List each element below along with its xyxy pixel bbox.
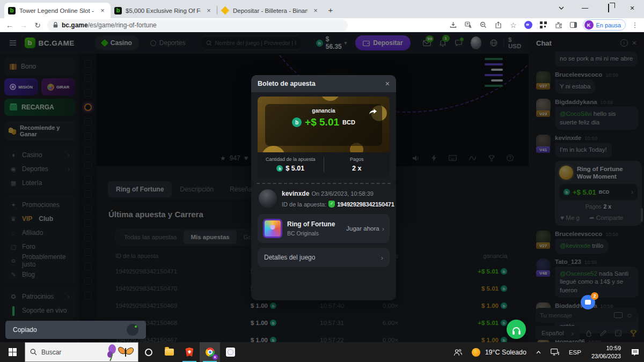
folder-icon — [165, 349, 174, 356]
profile-chip[interactable]: K En pausa — [583, 19, 626, 31]
username[interactable]: kevinxde — [282, 190, 309, 197]
tab-title: Depositar - Billetera - Binance — [233, 8, 308, 14]
search-highlight-image[interactable] — [105, 343, 138, 361]
extensions-puzzle-icon[interactable] — [553, 20, 565, 31]
modal-title: Boleto de apuesta — [258, 80, 385, 87]
weather-text: 19°C Soleado — [485, 349, 526, 356]
clock-date: 23/06/2023 — [591, 352, 621, 360]
headphones-icon — [513, 327, 520, 332]
restore-button[interactable] — [597, 4, 620, 12]
payout-multiplier: 2 x — [352, 165, 361, 172]
chrome-profile-badge: K — [213, 354, 218, 360]
extension-purple-icon[interactable] — [523, 20, 535, 31]
avatar — [259, 189, 277, 208]
bet-stats: Cantidad de la apuesta b$ 5.01 Pagos 2 x — [258, 152, 390, 178]
support-button[interactable] — [507, 320, 526, 339]
taskbar-file-explorer[interactable] — [159, 342, 179, 362]
share-icon[interactable] — [493, 20, 504, 31]
brave-icon — [185, 348, 194, 357]
bookmark-star-icon[interactable]: ☆ — [508, 20, 519, 31]
side-panel-icon[interactable] — [568, 20, 580, 31]
url-text: bc.game/es/game/ring-of-fortune — [62, 21, 157, 29]
new-message-count: 2 — [591, 292, 598, 300]
browser-tab-3[interactable]: Depositar - Billetera - Binance × — [217, 3, 324, 18]
ticket-divider — [251, 183, 396, 184]
app-icon — [226, 348, 235, 357]
keyboard-language[interactable]: ESP — [564, 342, 586, 362]
browser-tab-2[interactable]: b $5,000 Exclusive Ring Of Fortune × — [111, 3, 217, 18]
weather-widget[interactable]: 19°C Soleado — [467, 342, 531, 362]
minimize-button[interactable]: — — [573, 4, 597, 12]
verified-shield-icon: ✓ — [328, 201, 335, 208]
bcgame-site: b BC.GAME Casino Deportes b $ 56.35 ▾ De… — [0, 32, 644, 342]
new-tab-button[interactable]: + — [324, 3, 338, 17]
tab-close-icon[interactable]: × — [98, 6, 107, 14]
taskbar-brave[interactable] — [179, 342, 200, 362]
cortana-icon — [145, 349, 152, 356]
chat-bubble-icon — [585, 300, 591, 305]
taskbar-cortana[interactable] — [138, 342, 159, 362]
profile-status: En pausa — [596, 22, 621, 28]
close-modal-icon[interactable]: × — [385, 79, 390, 88]
sun-icon — [472, 348, 480, 357]
windows-taskbar: K 19°C Soleado ESP 10:59 23/06/2023 — [0, 342, 644, 362]
new-messages-button[interactable]: 2 — [581, 295, 595, 309]
win-banner: ganancia b +$ 5.01 BCD — [258, 97, 390, 152]
notification-center-icon[interactable] — [626, 342, 644, 362]
toolbar-icons: ☆ K En pausa ⋮ — [448, 19, 641, 31]
start-button[interactable] — [0, 342, 25, 362]
binance-favicon — [221, 6, 230, 15]
game-row[interactable]: Ring of Fortune BC Originals Jugar ahora… — [258, 214, 390, 243]
forward-button[interactable]: → — [17, 21, 30, 29]
tab-title: Tower Legend Online Slot - Play o — [19, 8, 94, 14]
browser-menu-icon[interactable]: ⋮ — [629, 20, 641, 31]
browser-tab-strip: b Tower Legend Online Slot - Play o × b … — [0, 0, 644, 18]
bcd-coin-icon: b — [292, 117, 302, 127]
win-card: ganancia b +$ 5.01 BCD — [265, 104, 382, 146]
bet-amount: $ 5.01 — [286, 165, 304, 172]
extension-qr-icon[interactable] — [538, 20, 550, 31]
modal-header: Boleto de apuesta × — [251, 75, 396, 92]
tab-title: $5,000 Exclusive Ring Of Fortune — [126, 8, 201, 14]
game-details-row[interactable]: Detalles del juego › — [258, 248, 390, 267]
tab-close-icon[interactable]: × — [311, 6, 320, 14]
taskbar-clock[interactable]: 10:59 23/06/2023 — [586, 344, 626, 360]
display-network-icon[interactable] — [546, 342, 564, 362]
taskbar-chrome[interactable]: K — [200, 342, 220, 362]
toast-timer-icon — [127, 324, 138, 336]
window-controls: — × — [550, 0, 644, 16]
bcgame-favicon: b — [8, 7, 16, 14]
bet-user-info: kevinxdeOn 23/6/2023, 10:58:39 ID de la … — [259, 189, 389, 208]
bet-ticket-modal: Boleto de apuesta × ganancia b +$ 5.01 B… — [251, 75, 396, 300]
bet-id: 194929298342150471 — [337, 201, 394, 208]
taskbar-app[interactable] — [220, 342, 240, 362]
back-button[interactable]: ← — [3, 21, 16, 29]
share-icon[interactable] — [369, 109, 377, 116]
close-window-button[interactable]: × — [620, 4, 644, 12]
browser-toolbar: ← → ↻ bc.game/es/game/ring-of-fortune ☆ … — [0, 18, 644, 32]
copied-toast: Copiado — [5, 321, 146, 339]
tray-chevron-icon[interactable] — [531, 342, 546, 362]
search-icon — [30, 349, 37, 356]
tab-close-icon[interactable]: × — [204, 6, 213, 14]
windows-logo-icon — [9, 348, 17, 356]
address-bar[interactable]: bc.game/es/game/ring-of-fortune — [47, 19, 348, 31]
taskbar-search[interactable] — [25, 342, 138, 362]
people-icon[interactable] — [449, 342, 467, 362]
bcd-coin-icon: b — [276, 165, 283, 172]
game-thumbnail — [263, 219, 282, 238]
clock-time: 10:59 — [591, 344, 621, 352]
taskbar-search-input[interactable] — [41, 349, 98, 356]
system-tray: 19°C Soleado ESP 10:59 23/06/2023 — [449, 342, 644, 362]
play-now-button[interactable]: Jugar ahora› — [346, 225, 384, 233]
avatar: K — [584, 20, 594, 29]
win-amount: +$ 5.01 — [305, 116, 339, 128]
download-icon[interactable] — [448, 20, 459, 31]
browser-tab-1[interactable]: b Tower Legend Online Slot - Play o × — [4, 3, 111, 18]
bcgame-favicon: b — [114, 7, 122, 14]
window-chevron-icon[interactable] — [550, 6, 573, 10]
reload-button[interactable]: ↻ — [31, 21, 44, 29]
lock-icon — [53, 22, 58, 28]
translate-icon[interactable] — [463, 20, 474, 31]
zoom-out-icon[interactable] — [478, 20, 489, 31]
